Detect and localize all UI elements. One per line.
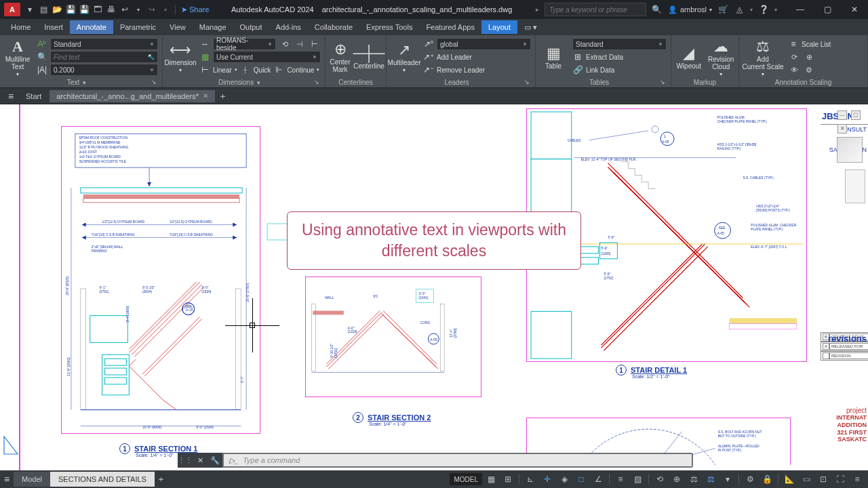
cmd-history-icon[interactable]: ⋮⋮ [178,453,193,468]
close-button[interactable]: ✕ [841,0,868,19]
dim-layer-combo[interactable]: Use Current▼ [213,51,321,63]
viewport-2[interactable]: A-05 4'-0" [1219] 9'0 CORD WALL 12'-4" [… [305,277,481,397]
tab-view[interactable]: View [163,20,193,34]
otrack-icon[interactable]: ∠ [590,471,606,487]
web-icon[interactable]: 🗔 [92,4,103,15]
extract-data-button[interactable]: ⊞ Extract Data [571,51,668,63]
saveas-icon[interactable]: 💾 [79,4,90,15]
tab-home[interactable]: Home [4,20,37,34]
tab-extra[interactable]: ▭ ▾ [517,20,544,35]
leader-style-combo[interactable]: global▼ [437,38,531,50]
ortho-icon[interactable]: ⊾ [522,471,538,487]
remove-leader-button[interactable]: ↗⁻ Remove Leader [422,64,532,76]
user-menu[interactable]: 👤 ambrosl ▾ [668,5,712,14]
search-box[interactable] [545,3,646,16]
dim-break-icon[interactable]: ⊣ [294,38,306,50]
add-layout-button[interactable]: ＋ [155,473,168,485]
nav-close-icon[interactable]: ✕ [837,124,847,134]
search-dd[interactable]: ▸ [536,6,539,13]
lwt-icon[interactable]: ≡ [612,471,629,487]
tab-output[interactable]: Output [233,20,269,34]
link-data-button[interactable]: 🔗 Link Data [571,64,668,76]
layout-tab-model[interactable]: Model [14,472,50,487]
add-doc-tab[interactable]: ＋ [216,90,230,102]
doc-tab-start[interactable]: Start [19,90,48,102]
transparency-icon[interactable]: ▨ [629,471,646,487]
redo-icon[interactable]: ↪ [146,4,157,15]
multileader-button[interactable]: ↗ Multileader ▼ [389,37,419,77]
search-input[interactable] [549,6,642,14]
snap-icon[interactable]: ⊞ [500,471,516,487]
hardware-icon[interactable]: ⊡ [815,471,831,487]
dim-update-icon[interactable]: ⟲ [279,38,291,50]
centerline-button[interactable]: ─┼─ Centerline [355,37,383,77]
nav-max-icon[interactable]: ▢ [851,110,861,120]
cart-icon[interactable]: 🛒 [717,4,728,15]
share-button[interactable]: ➤ Share [181,5,209,14]
panel-dimensions-label[interactable]: Dimensions▼↘ [165,77,322,87]
panel-text-label[interactable]: Text▼↘ [3,77,159,87]
doc-tab-active[interactable]: architectural_-_anno...g_and_multileader… [50,90,215,102]
wipeout-button[interactable]: ◢ Wipeout [674,37,704,77]
plot-icon[interactable]: 🖶 [106,4,117,15]
drawing-canvas[interactable]: EPDM ROOF CONSTRUCTION 3/4"x3/8"x1 M MEM… [0,104,868,470]
table-style-combo[interactable]: Standard▼ [572,38,667,50]
command-line[interactable]: ⋮⋮ ✕ 🔧 ▷_ Type a command [178,453,693,468]
undo-icon[interactable]: ↩ [119,4,130,15]
text-style-combo[interactable]: Standard▼ [50,38,158,50]
tab-express[interactable]: Express Tools [359,20,419,34]
maximize-button[interactable]: ▢ [814,0,841,19]
dim-adjust-icon[interactable]: ⊢ [309,38,321,50]
tab-collaborate[interactable]: Collaborate [308,20,359,34]
anno-monitor-icon[interactable]: ⊕ [669,471,685,487]
tab-parametric[interactable]: Parametric [113,20,163,34]
center-mark-button[interactable]: ⊕ Center Mark [328,37,352,77]
tab-addins[interactable]: Add-ins [269,20,308,34]
app-menu-icon[interactable]: A [4,3,20,16]
panel-tables-label[interactable]: Tables↘ [538,77,668,87]
layout-tab-active[interactable]: SECTIONS AND DETAILS [50,472,155,487]
add-scale-button[interactable]: ⚖ Add Current Scale ▼ [742,37,784,77]
customize-status-icon[interactable]: ≡ [849,471,865,487]
units-icon[interactable]: 📐 [781,471,797,487]
anno-vis-icon[interactable]: 👁 [788,64,800,76]
cmd-close-icon[interactable]: ✕ [193,453,208,468]
dimension-button[interactable]: ⟷ Dimension ▼ [165,37,195,77]
qp-icon[interactable]: ▾ [719,471,736,487]
dim-linear-button[interactable]: Linear [213,66,232,74]
multiline-text-button[interactable]: A Multiline Text ▼ [3,37,33,77]
cycling-icon[interactable]: ⟲ [652,471,668,487]
minimize-button[interactable]: — [787,0,814,19]
add-leader-button[interactable]: ↗⁺ Add Leader [422,51,532,63]
scale-list-button[interactable]: ≡ Scale List [787,38,832,50]
osnap-icon[interactable]: □ [573,471,589,487]
undo-dd[interactable]: ▾ [133,4,144,15]
dim-quick-button[interactable]: Quick [254,66,271,74]
anno-auto-icon[interactable]: ⚖ [703,471,719,487]
doc-menu-icon[interactable]: ≡ [4,91,18,102]
redo-dd[interactable]: ▾ [160,4,171,15]
viewcube[interactable] [837,137,863,163]
status-space[interactable]: MODEL [450,473,482,485]
anno-auto-icon[interactable]: ⚙ [803,64,815,76]
viewport-1[interactable]: EPDM ROOF CONSTRUCTION 3/4"x3/8"x1 M MEM… [61,126,260,434]
lock-icon[interactable]: 🔒 [759,471,775,487]
dim-continue-button[interactable]: Continue [287,66,314,74]
anno-sync-icon[interactable]: ⟳ [788,51,800,63]
app-menu-dd[interactable]: ▾ [24,4,35,15]
tab-featured[interactable]: Featured Apps [419,20,481,34]
grid-icon[interactable]: ▦ [483,471,499,487]
nav-min-icon[interactable]: — [837,110,847,120]
anno-vis-icon[interactable]: ⚖ [686,471,702,487]
cmd-customize-icon[interactable]: 🔧 [208,453,222,468]
save-icon[interactable]: 💾 [65,4,76,15]
tab-layout[interactable]: Layout [481,20,517,34]
tab-annotate[interactable]: Annotate [70,20,113,34]
help-icon[interactable]: ❔ [758,4,769,15]
dim-style-combo[interactable]: ROMANS-beside▼ [213,38,276,50]
workspace-icon[interactable]: ⚙ [742,471,758,487]
new-icon[interactable]: ▤ [38,4,49,15]
panel-leaders-label[interactable]: Leaders↘ [389,77,532,87]
tab-insert[interactable]: Insert [37,20,70,34]
find-go-icon[interactable]: 🔦 [148,54,155,60]
